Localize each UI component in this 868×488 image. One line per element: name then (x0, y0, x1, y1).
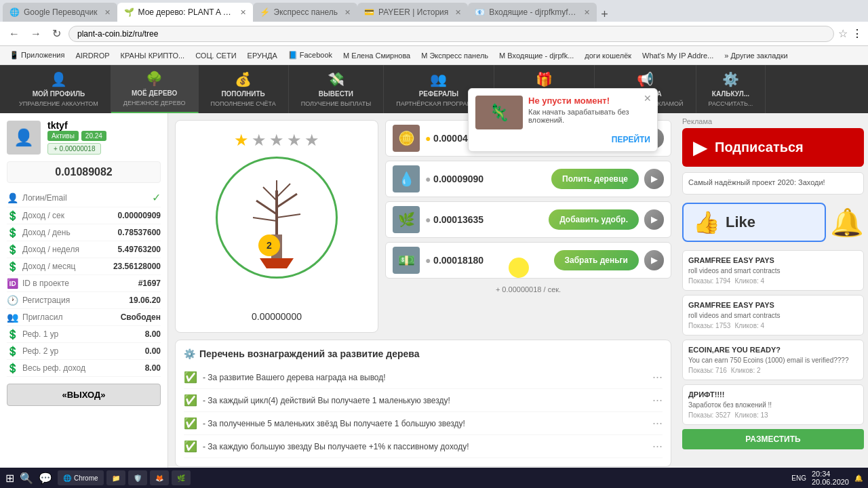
logout-button[interactable]: «ВЫХОД» (7, 384, 161, 406)
income-sec-value: 0.00000909 (118, 211, 161, 220)
money-arrow[interactable]: ▶ (644, 250, 664, 270)
like-box[interactable]: 👍 Like (682, 203, 826, 242)
tab-favicon: 🌱 (124, 7, 134, 17)
forward-button[interactable]: → (27, 26, 45, 41)
fert-arrow[interactable]: ▶ (644, 209, 664, 230)
fert-button[interactable]: Добавить удобр. (549, 209, 639, 230)
deposit-icon: 💰 (235, 71, 252, 87)
nav-title-calc: КАЛЬКУЛ... (712, 90, 749, 98)
taskbar-app-3[interactable]: 🛡️ (128, 470, 147, 485)
id-icon: 🆔 (7, 278, 18, 289)
tab-close[interactable]: ✕ (104, 8, 111, 17)
tab-close[interactable]: ✕ (240, 8, 246, 17)
ad-card-gramfree-2[interactable]: GRAMFREE EASY PAYS roll videos and smart… (682, 295, 864, 336)
tab-close[interactable]: ✕ (344, 8, 351, 17)
ad-card-3-desc: You can earn 750 Ecoins (1000) email is … (688, 357, 858, 364)
taskbar-date: 20.06.2020 (812, 478, 849, 486)
ad-shows-3: Показы: 716 (688, 367, 727, 374)
rewards-title: ⚙️ Перечень вознаграждений за развитие д… (184, 348, 663, 359)
taskbar-app-5[interactable]: 🌿 (172, 470, 191, 485)
start-button[interactable]: ⊞ (5, 472, 14, 485)
bookmark-ip[interactable]: What's My IP Addre... (638, 50, 717, 61)
tab-payeer[interactable]: 💳 PAYEER | История ✕ (357, 3, 468, 22)
place-ad-button[interactable]: РАЗМЕСТИТЬ (682, 429, 864, 449)
cortana-icon[interactable]: 💬 (39, 472, 52, 485)
user-details: tktyf Активы 20.24 + 0.00000018 (47, 120, 161, 155)
browser-menu-icon[interactable]: ⋮ (852, 27, 863, 40)
ref2-row: 💲 Реф. 2 ур 0.00 (7, 343, 161, 360)
ad-clicks-2: Кликов: 4 (734, 322, 764, 329)
reward-dots-4[interactable]: ··· (652, 439, 663, 453)
avatar: 👤 (7, 121, 41, 155)
invited-label: Пригласил (22, 312, 117, 322)
nav-tree[interactable]: 🌳 МОЁ ДЕРЕВО ДЕНЕЖНОЕ ДЕРЕВО (111, 65, 199, 113)
nav-deposit[interactable]: 💰 ПОПОЛНИТЬ ПОПОЛНЕНИЕ СЧЁТА (199, 65, 289, 113)
ad-card-drift[interactable]: ДРИФТ!!!! Заработок без вложений !! Пока… (682, 384, 864, 425)
tab-google-translate[interactable]: 🌐 Google Переводчик ✕ (3, 3, 117, 22)
income-day-icon: 💲 (7, 227, 18, 238)
ad-card-1-stats: Показы: 1794 Кликов: 4 (688, 277, 858, 285)
reward-text-3: - За полученные 5 маленьких звёзд Вы пол… (203, 419, 465, 428)
bookmark-soc-seti[interactable]: СОЦ. СЕТИ (191, 50, 240, 61)
url-input[interactable] (68, 26, 834, 42)
income-month-row: 💲 Доход / месяц 23.56128000 (7, 258, 161, 275)
water-arrow[interactable]: ▶ (644, 169, 664, 189)
referrals-icon: 👥 (430, 71, 447, 87)
bookmark-dogi[interactable]: доги кошелёк (580, 50, 635, 61)
nav-profile[interactable]: 👤 МОЙ ПРОФИЛЬ УПРАВЛЕНИЕ АККАУНТОМ (7, 65, 111, 113)
action-row-money: 💵 ● 0.00018180 Забрать деньги ▶ (385, 242, 671, 279)
notification-link[interactable]: ПЕРЕЙТИ (475, 135, 650, 144)
bookmark-elena[interactable]: М Елена Смирнова (339, 50, 414, 61)
taskbar-app-4[interactable]: 🦊 (150, 470, 169, 485)
reload-button[interactable]: ↻ (49, 26, 64, 41)
bookmark-krany[interactable]: КРАНЫ КРИПТО... (117, 50, 189, 61)
ad-card-gramfree-1[interactable]: GRAMFREE EASY PAYS roll videos and smart… (682, 250, 864, 291)
taskbar-chrome[interactable]: 🌐 Chrome (58, 470, 104, 485)
bookmark-others[interactable]: » Другие закладки (720, 50, 791, 61)
tab-inbox[interactable]: 📧 Входящие - djrpfkmyfz28@gm... ✕ (468, 3, 597, 22)
status-value: 20.24 (81, 131, 106, 141)
nav-calc[interactable]: ⚙️ КАЛЬКУЛ... РАССЧИТАТЬ... (696, 65, 766, 113)
income-week-label: Доход / неделя (22, 245, 114, 254)
bookmark-star[interactable]: ☆ (838, 27, 848, 40)
tab-close[interactable]: ✕ (455, 8, 461, 17)
amount-value-money: 0.00018180 (433, 255, 484, 266)
nav-sub-withdraw: ПОЛУЧЕНИЕ ВЫПЛАТЫ (301, 100, 372, 107)
ad-card-3-title: ECOIN,ARE YOU READY? (688, 346, 858, 354)
youtube-subscribe-button[interactable]: ▶ Подписаться (682, 128, 864, 167)
login-input[interactable] (22, 193, 148, 203)
bookmark-inbox[interactable]: М Входящие - djrpfk... (495, 50, 578, 61)
tab-close[interactable]: ✕ (584, 8, 590, 17)
action-amount-water: ● 0.00009090 (425, 174, 546, 184)
bookmark-airdrop[interactable]: AIRDROP (71, 50, 113, 61)
back-button[interactable]: ← (5, 26, 23, 41)
search-icon[interactable]: 🔍 (20, 472, 33, 485)
ad-card-ecoin[interactable]: ECOIN,ARE YOU READY? You can earn 750 Ec… (682, 340, 864, 380)
tab-favicon: ⚡ (260, 7, 270, 17)
nav-withdraw[interactable]: 💸 ВЫВЕСТИ ПОЛУЧЕНИЕ ВЫПЛАТЫ (289, 65, 384, 113)
reward-dots-1[interactable]: ··· (652, 370, 663, 384)
reward-dots-2[interactable]: ··· (652, 393, 663, 407)
tree-svg (222, 163, 331, 272)
bookmark-erunda[interactable]: ЕРУНДА (243, 50, 281, 61)
svg-line-3 (277, 194, 297, 207)
taskbar-explorer[interactable]: 📁 (106, 470, 125, 485)
notification-bell-icon[interactable]: 🔔 (854, 474, 863, 482)
new-tab-button[interactable]: + (597, 7, 612, 22)
tab-plant-coin[interactable]: 🌱 Мое дерево: PLANT A COIN ✕ (117, 3, 253, 22)
bookmark-express[interactable]: М Экспресс панель (417, 50, 492, 61)
calc-icon: ⚙️ (722, 71, 739, 87)
star-1-gold: ★ (234, 131, 249, 150)
ad-shows-1: Показы: 1794 (688, 277, 730, 285)
ad-clicks-3: Кликов: 2 (731, 367, 761, 374)
tree-circle: 2 (216, 157, 338, 279)
notification-close-button[interactable]: ✕ (644, 93, 652, 104)
bookmark-facebook[interactable]: 📘 Facebook (284, 49, 336, 61)
ref1-label: Реф. 1 ур (22, 329, 141, 339)
water-button[interactable]: Полить деревце (551, 169, 639, 189)
tab-express[interactable]: ⚡ Экспресс панель ✕ (253, 3, 358, 22)
bookmark-apps[interactable]: 📱 Приложения (5, 49, 68, 61)
reward-dots-3[interactable]: ··· (652, 416, 663, 430)
reward-check-4: ✅ (184, 440, 197, 453)
money-button[interactable]: Забрать деньги (554, 250, 639, 270)
